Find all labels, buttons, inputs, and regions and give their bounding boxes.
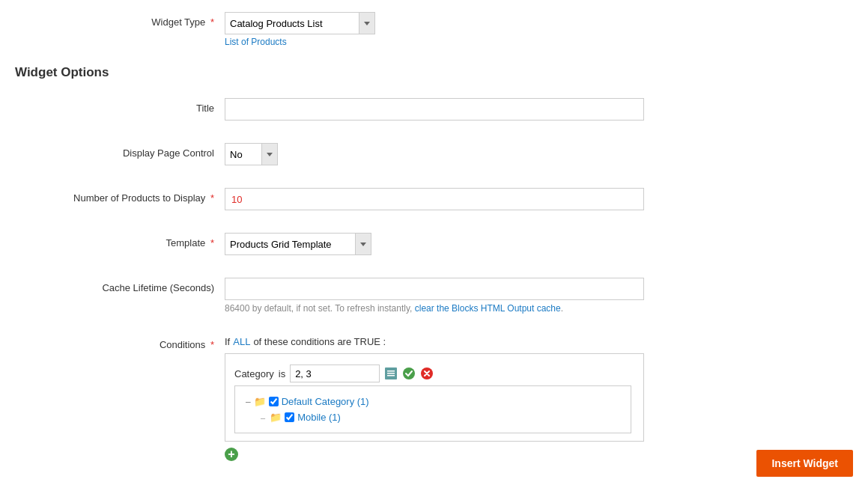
widget-type-hint[interactable]: List of Products xyxy=(225,37,853,47)
num-products-control xyxy=(225,188,853,210)
is-label-text: is xyxy=(279,368,285,379)
cache-lifetime-row: Cache Lifetime (Seconds) 86400 by defaul… xyxy=(15,273,853,318)
display-page-control-row: Display Page Control No Yes xyxy=(15,138,853,170)
display-page-select[interactable]: No Yes xyxy=(225,143,262,165)
cache-lifetime-input[interactable] xyxy=(225,278,644,300)
svg-rect-1 xyxy=(387,370,395,372)
svg-rect-2 xyxy=(387,373,395,374)
tree-label-mobile[interactable]: Mobile (1) xyxy=(297,412,341,423)
cache-hint-link[interactable]: clear the Blocks HTML Output cache xyxy=(415,303,561,314)
conditions-label: Conditions * xyxy=(15,336,225,350)
widget-type-label: Widget Type * xyxy=(15,12,225,28)
cache-lifetime-control: 86400 by default, if not set. To refresh… xyxy=(225,278,853,314)
conditions-box: Category is xyxy=(225,353,644,442)
conditions-required: * xyxy=(210,339,214,350)
num-products-label: Number of Products to Display * xyxy=(15,188,225,204)
conditions-row: Conditions * If ALL of these conditions … xyxy=(15,332,853,466)
required-star: * xyxy=(210,16,214,28)
cache-hint: 86400 by default, if not set. To refresh… xyxy=(225,303,853,314)
title-label: Title xyxy=(15,98,225,114)
display-page-control-field: No Yes xyxy=(225,143,853,165)
template-row: Template * Products Grid Template Produc… xyxy=(15,228,853,260)
add-condition-button[interactable]: + xyxy=(225,448,238,461)
template-label: Template * xyxy=(15,233,225,248)
chevron-down-icon xyxy=(364,22,370,25)
page-wrapper: Widget Type * Catalog Products List Cata… xyxy=(0,0,868,488)
category-tree: – 📁 Default Category (1) – 📁 Mobile (1) xyxy=(234,385,631,433)
conditions-if-line: If ALL of these conditions are TRUE : xyxy=(225,336,853,347)
num-products-input[interactable] xyxy=(225,188,644,210)
display-page-select-wrapper: No Yes xyxy=(225,143,853,165)
title-input[interactable] xyxy=(225,98,644,121)
template-select[interactable]: Products Grid Template Products List Tem… xyxy=(225,233,356,255)
display-page-chevron-icon xyxy=(267,153,273,156)
condition-list-icon-btn[interactable] xyxy=(384,367,398,380)
condition-check-icon-btn[interactable] xyxy=(402,367,416,380)
template-required: * xyxy=(210,237,214,248)
remove-circle-icon xyxy=(421,367,433,379)
svg-point-4 xyxy=(403,367,415,379)
tree-node-root: – 📁 Default Category (1) xyxy=(246,394,620,409)
display-page-control-label: Display Page Control xyxy=(15,143,225,159)
tree-node-mobile: – 📁 Mobile (1) xyxy=(261,409,620,425)
template-dropdown-btn[interactable] xyxy=(356,233,371,255)
tree-expand-root[interactable]: – xyxy=(246,397,251,406)
of-these-text: of these conditions are TRUE : xyxy=(253,336,386,347)
widget-type-dropdown-btn[interactable] xyxy=(359,12,375,34)
tree-connector: – xyxy=(261,413,265,422)
tree-checkbox-mobile[interactable] xyxy=(285,412,294,422)
condition-remove-icon-btn[interactable] xyxy=(420,367,434,380)
widget-type-select-wrapper: Catalog Products List Catalog New Produc… xyxy=(225,12,853,34)
category-condition-row: Category is xyxy=(234,362,634,385)
check-circle-icon xyxy=(403,367,415,379)
title-control xyxy=(225,98,853,121)
template-select-wrapper: Products Grid Template Products List Tem… xyxy=(225,233,853,255)
category-value-input[interactable] xyxy=(290,365,380,382)
cache-lifetime-label: Cache Lifetime (Seconds) xyxy=(15,278,225,293)
widget-type-control: Catalog Products List Catalog New Produc… xyxy=(225,12,853,47)
template-control: Products Grid Template Products List Tem… xyxy=(225,233,853,255)
num-products-required: * xyxy=(210,192,214,204)
if-text: If xyxy=(225,336,230,347)
category-label-text: Category xyxy=(234,368,274,379)
folder-icon-mobile: 📁 xyxy=(270,412,282,423)
title-row: Title xyxy=(15,94,853,125)
svg-rect-3 xyxy=(387,375,395,376)
list-icon xyxy=(385,367,397,379)
template-chevron-icon xyxy=(360,243,366,246)
insert-widget-button[interactable]: Insert Widget xyxy=(756,450,853,477)
conditions-content: If ALL of these conditions are TRUE : Ca… xyxy=(225,336,853,461)
tree-checkbox-root[interactable] xyxy=(269,397,279,406)
folder-icon-root: 📁 xyxy=(254,396,266,407)
display-page-dropdown-btn[interactable] xyxy=(262,143,278,165)
tree-label-root[interactable]: Default Category (1) xyxy=(282,396,369,407)
widget-type-row: Widget Type * Catalog Products List Cata… xyxy=(15,7,853,52)
all-conditions-link[interactable]: ALL xyxy=(233,336,250,347)
widget-type-select[interactable]: Catalog Products List Catalog New Produc… xyxy=(225,12,359,34)
widget-options-title: Widget Options xyxy=(15,65,853,80)
num-products-row: Number of Products to Display * xyxy=(15,183,853,215)
